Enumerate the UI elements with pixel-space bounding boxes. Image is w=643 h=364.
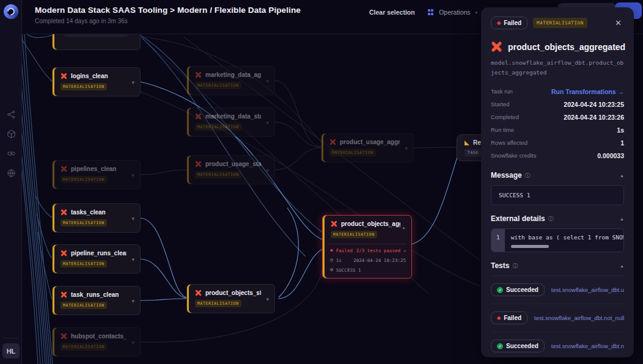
test-link[interactable]: test.snowflake_airflow_dbt.not_null_pr <box>551 343 624 349</box>
detail-value[interactable]: Run Transformations → <box>551 88 624 95</box>
materialisation-badge: MATERIALISATION <box>195 82 241 89</box>
node-title: pipelines_clean <box>71 166 116 172</box>
detail-label: Completed <box>491 114 519 120</box>
detail-value: 2024-04-24 10:23:26 <box>564 114 624 121</box>
info-icon: ⓘ <box>525 172 531 180</box>
materialisation-badge: MATERIALISATION <box>329 149 376 156</box>
test-row: ✓Succeededtest.snowflake_airflow_dbt.uni… <box>491 276 624 304</box>
dbt-icon <box>195 289 202 296</box>
page-title: Modern Data Stack SAAS Tooling > Modern … <box>35 5 301 15</box>
chevron-down-icon[interactable]: ▾ <box>266 296 269 302</box>
collapse-icon[interactable]: ▲ <box>620 217 624 221</box>
materialisation-badge: MATERIALISATION <box>61 343 107 351</box>
node-title: product_objects_aggregated <box>341 220 400 227</box>
detail-row: Started2024-04-24 10:23:25 <box>491 98 624 111</box>
graph-node-product-objects-aggregated-selected[interactable]: product_objects_aggregated ▲ MATERIALISA… <box>322 215 412 278</box>
detail-row: Snowflake credits0.000033 <box>491 149 624 162</box>
chevron-down-icon[interactable]: ▾ <box>266 167 269 173</box>
graph-node-task_runs_clean[interactable]: task_runs_clean▾MATERIALISATION <box>52 286 141 315</box>
external-details-heading: External details <box>491 214 545 223</box>
node-timestamp: 2024-04-24 10:23:25 <box>353 258 406 263</box>
tests-section: Tests ⓘ ▲ ✓Succeededtest.snowflake_airfl… <box>491 261 624 357</box>
detail-label: Run time <box>491 126 514 133</box>
message-heading: Message <box>491 171 522 180</box>
test-link[interactable]: test.snowflake_airflow_dbt.not_null_pr <box>534 315 624 321</box>
detail-value: 1s <box>617 126 624 134</box>
horizontal-scrollbar[interactable] <box>511 245 549 248</box>
operations-label: Operations <box>439 9 470 16</box>
dbt-icon <box>61 209 67 216</box>
collapse-icon[interactable]: ▲ <box>620 173 624 178</box>
node-runtime: 1s <box>336 258 342 263</box>
dbt-icon <box>329 139 336 145</box>
graph-node-pipeline_runs_clean[interactable]: pipeline_runs_clean▾MATERIALISATION <box>52 244 141 274</box>
chevron-down-icon[interactable]: ▾ <box>405 145 408 151</box>
chevron-down-icon[interactable]: ▾ <box>131 79 134 86</box>
dbt-icon <box>61 250 67 257</box>
chevron-down-icon[interactable]: ▾ <box>131 172 134 178</box>
info-icon: ⓘ <box>548 215 554 223</box>
dbt-icon <box>61 73 67 79</box>
chevron-down-icon[interactable]: ▾ <box>266 78 269 84</box>
test-link[interactable]: test.snowflake_airflow_dbt.unique_pro <box>551 286 624 293</box>
node-title: logins_clean <box>71 73 108 79</box>
code-line-number: 1 <box>491 229 505 252</box>
chevron-down-icon[interactable]: ▾ <box>131 340 134 346</box>
sidebar-item-assets[interactable] <box>7 129 16 141</box>
detail-label: Task run <box>491 88 513 95</box>
chevron-down-icon[interactable]: ▾ <box>266 120 269 126</box>
detail-rows: Task runRun Transformations →Started2024… <box>491 85 624 162</box>
tests-heading: Tests <box>491 261 509 270</box>
cube-icon <box>7 129 16 139</box>
message-content: SUCCESS 1 <box>491 185 624 205</box>
task-badge: TASK <box>465 149 482 156</box>
link-icon <box>7 149 16 158</box>
graph-node-pipelines_clean[interactable]: pipelines_clean▾MATERIALISATION <box>52 160 141 189</box>
node-status-row: ◆ Failed 2/3 tests passed ↗ <box>323 246 411 255</box>
graph-node-marketing_data_staging[interactable]: marketing_data_staging▾MATERIALISATION <box>186 107 275 137</box>
dbt-icon <box>61 166 67 172</box>
chevron-down-icon[interactable]: ▾ <box>131 257 134 263</box>
panel-title: product_objects_aggregated <box>508 42 625 52</box>
close-icon[interactable]: ✕ <box>612 17 624 29</box>
external-details-section: External details ⓘ ▲ 1 with base as ( se… <box>491 214 624 252</box>
graph-node-product_usage_aggregated[interactable]: product_usage_aggregated▾MATERIALISATION <box>321 133 414 162</box>
graph-node-logins_clean[interactable]: logins_clean▾MATERIALISATION <box>52 67 141 96</box>
materialisation-badge: MATERIALISATION <box>195 300 241 307</box>
clear-selection-button[interactable]: Clear selection <box>369 9 415 16</box>
test-status-badge: ✓Succeeded <box>491 340 545 352</box>
graph-node-product_objects_staging[interactable]: product_objects_staging▾MATERIALISATION <box>186 284 275 313</box>
chevron-down-icon[interactable]: ▾ <box>131 298 134 304</box>
node-message: SUCCESS 1 <box>336 268 361 273</box>
graph-node-marketing_data_aggregated[interactable]: marketing_data_aggregated▾MATERIALISATIO… <box>186 66 275 95</box>
detail-row: Rows affected1 <box>491 136 624 149</box>
graph-node-product_usage_staging[interactable]: product_usage_staging▾MATERIALISATION <box>186 155 275 184</box>
collapse-icon[interactable]: ▲ <box>620 264 624 268</box>
sidebar-divider <box>3 338 18 338</box>
detail-row: Completed2024-04-24 10:23:26 <box>491 111 624 123</box>
sidebar-item-integrations[interactable] <box>7 149 16 161</box>
chevron-down-icon[interactable]: ▾ <box>131 216 134 222</box>
test-rows: ✓Succeededtest.snowflake_airflow_dbt.uni… <box>491 276 624 357</box>
details-panel: ◆ Failed MATERIALISATION ✕ product_objec… <box>481 7 634 357</box>
sidebar-item-settings[interactable] <box>7 169 16 180</box>
detail-value: 2024-04-24 10:23:25 <box>564 101 624 108</box>
detail-label: Snowflake credits <box>491 152 536 159</box>
materialisation-badge: MATERIALISATION <box>61 260 107 268</box>
check-icon: ✓ <box>497 287 503 293</box>
detail-value: 1 <box>620 139 624 147</box>
graph-node-hubspot_contacts_clean[interactable]: hubspot_contacts_clean▾MATERIALISATION <box>52 327 141 357</box>
sidebar-item-pipelines[interactable] <box>7 110 16 122</box>
node-message-row: ⚙ SUCCESS 1 <box>323 265 411 278</box>
materialisation-badge: MATERIALISATION <box>331 231 377 238</box>
message-section: Message ⓘ ▲ SUCCESS 1 <box>491 171 624 205</box>
failed-diamond-icon: ◆ <box>497 21 501 26</box>
graph-node-tasks_clean[interactable]: tasks_clean▾MATERIALISATION <box>52 203 141 233</box>
collapse-icon[interactable]: ▲ <box>402 225 406 230</box>
clock-icon: ◷ <box>330 258 333 263</box>
user-avatar[interactable]: HL <box>2 343 20 359</box>
materialisation-badge: MATERIALISATION <box>195 123 241 131</box>
materialisation-badge: MATERIALISATION <box>533 18 587 28</box>
app-logo-icon[interactable] <box>4 4 18 19</box>
tests-summary-link[interactable]: 2/3 tests passed ↗ <box>356 248 406 253</box>
